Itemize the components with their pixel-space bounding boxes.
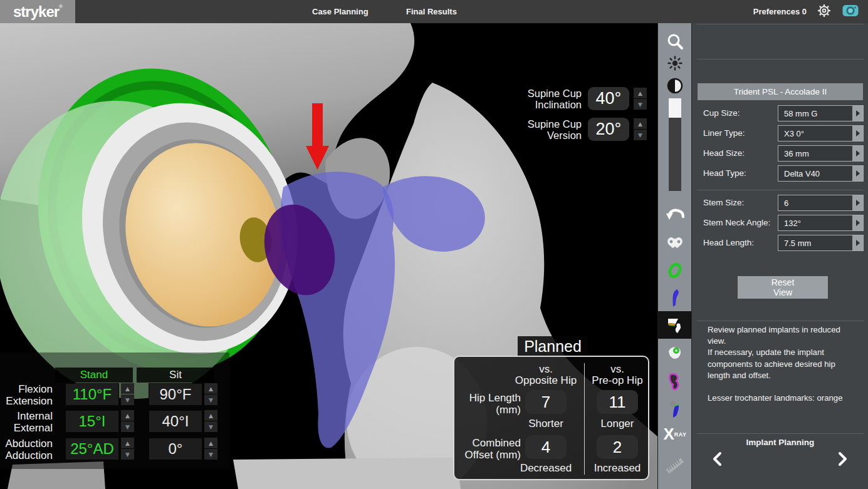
previous-step-chevron-icon[interactable] <box>712 451 722 469</box>
preferences-label[interactable]: Preferences 0 <box>753 7 807 16</box>
divider <box>697 321 864 321</box>
expand-arrow-icon[interactable] <box>852 106 863 121</box>
range-of-motion-panel: Stand Sit FlexionExtension 110°F 90°F In… <box>0 353 229 469</box>
down-arrow-icon[interactable] <box>121 394 134 405</box>
column-divider <box>584 363 585 475</box>
down-arrow-icon[interactable] <box>121 449 134 460</box>
hip-length-opposite-value: 7 <box>525 390 567 414</box>
up-arrow-icon[interactable] <box>121 438 134 448</box>
hip-length-label: Hip Length(mm) <box>456 392 521 416</box>
supine-inclination-value: 40° <box>588 87 629 110</box>
flexion-extension-label: FlexionExtension <box>0 383 53 407</box>
version-down-arrow-icon[interactable] <box>634 130 647 140</box>
liner-type-select[interactable]: X3 0° <box>778 125 864 142</box>
head-size-select[interactable]: 36 mm <box>778 145 864 162</box>
expand-arrow-icon[interactable] <box>852 215 863 230</box>
cup-icon[interactable] <box>658 262 692 279</box>
abduction-adduction-label: AbductionAdduction <box>0 438 53 461</box>
reduced-view-tool-selected[interactable] <box>658 311 692 339</box>
version-up-arrow-icon[interactable] <box>634 118 647 129</box>
head-type-row: Head Type: Delta V40 <box>692 165 868 182</box>
divider <box>697 59 864 59</box>
stem-neck-angle-select[interactable]: 132° <box>778 215 864 231</box>
next-step-chevron-icon[interactable] <box>838 451 848 469</box>
expand-arrow-icon[interactable] <box>852 235 863 250</box>
combined-offset-label: CombinedOffset (mm) <box>456 437 521 461</box>
head-length-select[interactable]: 7.5 mm <box>778 235 864 251</box>
stem-size-row: Stem Size: 6 <box>692 195 868 211</box>
inclination-up-arrow-icon[interactable] <box>634 88 647 98</box>
instruction-line: If necessary, update the implant compone… <box>708 347 857 381</box>
expand-arrow-icon[interactable] <box>852 195 863 210</box>
divider <box>697 24 864 24</box>
stem-neck-angle-row: Stem Neck Angle: 132° <box>692 215 868 231</box>
zoom-magnifier-icon[interactable] <box>658 33 692 50</box>
stem-icon[interactable] <box>658 289 692 307</box>
bone-sliver <box>233 458 461 489</box>
vs-preop-hip-header: vs.Pre-op Hip <box>587 364 647 386</box>
stem-implant-icon[interactable] <box>658 400 692 419</box>
stem-size-select[interactable]: 6 <box>778 195 864 211</box>
combined-offset-opposite-value: 4 <box>525 435 567 459</box>
reduced-view-icon <box>658 316 692 335</box>
tab-case-planning[interactable]: Case Planning <box>312 0 369 23</box>
divider <box>697 190 864 190</box>
head-type-select[interactable]: Delta V40 <box>778 165 864 182</box>
up-arrow-icon[interactable] <box>204 410 217 421</box>
abduction-sit-value: 0° <box>149 438 202 460</box>
view-toolbar: XRAY <box>657 23 691 489</box>
xray-icon[interactable]: XRAY <box>658 426 692 441</box>
hip-outline-icon[interactable] <box>658 373 692 391</box>
stand-column-header: Stand <box>55 368 133 383</box>
up-arrow-icon[interactable] <box>204 438 217 448</box>
slider-handle[interactable] <box>669 98 681 118</box>
down-arrow-icon[interactable] <box>204 449 217 460</box>
up-arrow-icon[interactable] <box>121 410 134 421</box>
expand-arrow-icon[interactable] <box>852 126 863 141</box>
cup-size-select[interactable]: 58 mm G <box>778 105 864 121</box>
up-arrow-icon[interactable] <box>121 383 134 394</box>
registered-mark: ® <box>59 4 62 9</box>
cup-size-label: Cup Size: <box>703 108 740 118</box>
tab-final-results[interactable]: Final Results <box>406 0 457 23</box>
inclination-down-arrow-icon[interactable] <box>634 99 647 110</box>
down-arrow-icon[interactable] <box>204 394 217 405</box>
pelvis-icon[interactable] <box>658 235 692 251</box>
undo-icon[interactable] <box>658 207 692 224</box>
down-arrow-icon[interactable] <box>121 421 134 432</box>
3d-viewport[interactable]: Supine CupInclination 40° Supine CupVers… <box>0 23 657 489</box>
planned-panel-title: Planned <box>518 336 588 357</box>
cup-placement-icon[interactable] <box>658 345 692 363</box>
head-length-row: Head Length: 7.5 mm <box>692 235 868 251</box>
instruction-line: Lesser trochanter landmarks: orange <box>708 393 857 404</box>
stem-neck-angle-label: Stem Neck Angle: <box>703 218 770 227</box>
head-size-label: Head Size: <box>703 148 745 158</box>
hip-length-preop-caption: Longer <box>587 418 647 430</box>
combined-offset-preop-value: 2 <box>597 435 638 459</box>
vs-opposite-hip-header: vs.Opposite Hip <box>511 364 581 386</box>
ruler-icon[interactable] <box>658 455 692 476</box>
implant-planning-panel: Trident PSL - Accolade II Cup Size: 58 m… <box>691 23 868 489</box>
liner-type-row: Liner Type: X3 0° <box>692 125 868 142</box>
brightness-icon[interactable] <box>658 56 692 71</box>
head-length-label: Head Length: <box>703 238 754 247</box>
rotation-sit-value: 40°I <box>149 410 202 433</box>
head-size-row: Head Size: 36 mm <box>692 145 868 162</box>
divider <box>697 433 864 434</box>
contrast-icon[interactable] <box>658 77 692 95</box>
logo-text: stryker® <box>13 3 62 21</box>
reset-view-button[interactable]: Reset View <box>738 276 828 299</box>
screenshot-camera-icon[interactable] <box>842 3 859 21</box>
flexion-stand-value: 110°F <box>65 383 119 406</box>
rotation-stand-value: 15°I <box>65 410 119 433</box>
gear-icon[interactable] <box>817 3 832 21</box>
up-arrow-icon[interactable] <box>204 383 217 394</box>
expand-arrow-icon[interactable] <box>852 146 863 161</box>
expand-arrow-icon[interactable] <box>852 166 863 181</box>
stryker-logo: stryker® <box>0 0 75 23</box>
hip-length-opposite-caption: Shorter <box>511 418 581 430</box>
transparency-slider[interactable] <box>669 98 681 191</box>
cup-size-row: Cup Size: 58 mm G <box>692 105 868 121</box>
down-arrow-icon[interactable] <box>204 421 217 432</box>
internal-external-label: InternalExternal <box>0 410 53 434</box>
